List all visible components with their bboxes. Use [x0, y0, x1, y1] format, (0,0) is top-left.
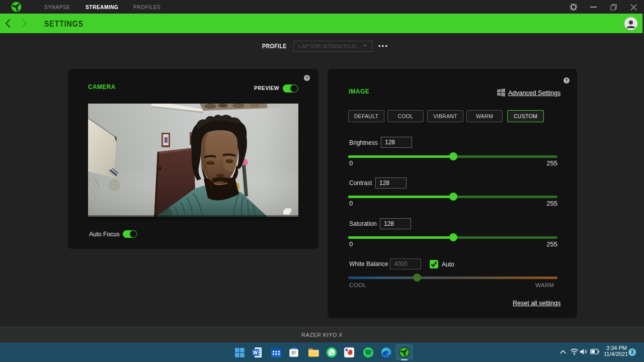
- svg-text:W: W: [253, 350, 258, 355]
